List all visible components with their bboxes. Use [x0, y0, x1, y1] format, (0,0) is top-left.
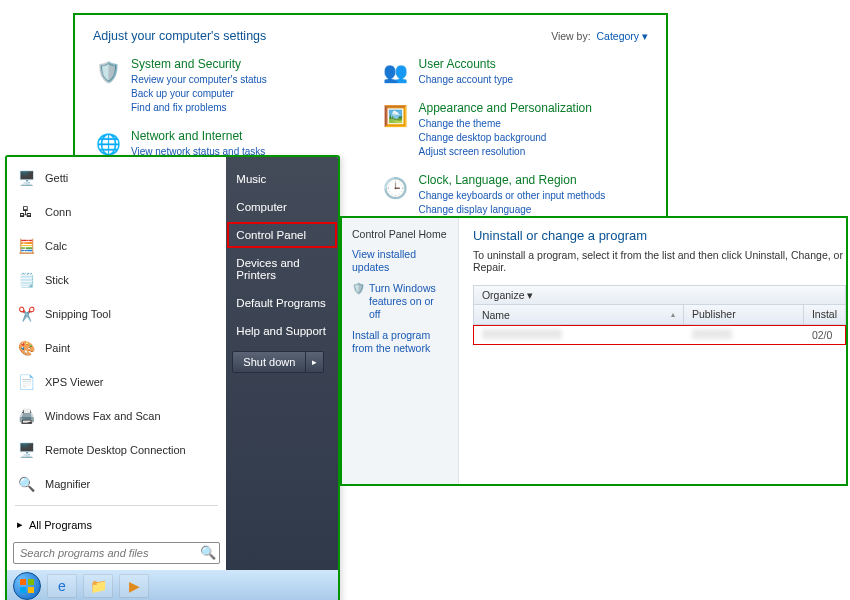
category: 🛡️System and SecurityReview your compute… — [93, 57, 361, 115]
category-icon: 👥 — [381, 57, 411, 87]
control-panel-title: Adjust your computer's settings — [93, 29, 266, 43]
category-heading[interactable]: Network and Internet — [131, 129, 309, 143]
category-icon: 🖼️ — [381, 101, 411, 131]
program-list-header: Name▴ Publisher Instal — [473, 305, 846, 325]
uninstall-window: Control Panel Home View installed update… — [340, 216, 848, 486]
windows-features-link[interactable]: 🛡️Turn Windows features on or off — [352, 282, 448, 321]
svg-rect-2 — [20, 587, 26, 593]
start-menu-item[interactable]: 🖧Conn — [7, 195, 226, 229]
start-menu-right-item[interactable]: Default Programs — [226, 289, 338, 317]
category-link[interactable]: Review your computer's status — [131, 73, 267, 87]
uninstall-heading: Uninstall or change a program — [473, 228, 846, 243]
control-panel-home-link[interactable]: Control Panel Home — [352, 228, 448, 240]
start-menu-right-item[interactable]: Music — [226, 165, 338, 193]
program-row[interactable]: 02/0 — [473, 325, 846, 345]
media-player-icon[interactable]: ▶ — [119, 574, 149, 598]
install-from-network-link[interactable]: Install a program from the network — [352, 329, 448, 355]
start-menu-item[interactable]: 🖥️Remote Desktop Connection — [7, 433, 226, 467]
chevron-right-icon: ▸ — [17, 518, 23, 531]
start-menu-right-item[interactable]: Computer — [226, 193, 338, 221]
uninstall-subtext: To uninstall a program, select it from t… — [473, 249, 846, 273]
organize-button[interactable]: Organize ▾ — [473, 285, 846, 305]
category: 🖼️Appearance and PersonalizationChange t… — [381, 101, 649, 159]
category-heading[interactable]: User Accounts — [419, 57, 514, 71]
view-by[interactable]: View by: Category ▾ — [551, 30, 648, 42]
category: 🕒Clock, Language, and RegionChange keybo… — [381, 173, 649, 217]
category-link[interactable]: Change desktop background — [419, 131, 592, 145]
start-menu-item[interactable]: 🧮Calc — [7, 229, 226, 263]
svg-rect-1 — [28, 579, 34, 585]
category-link[interactable]: Find and fix problems — [131, 101, 267, 115]
start-menu-left: 🖥️Getti🖧Conn🧮Calc🗒️Stick✂️Snipping Tool🎨… — [7, 157, 226, 570]
start-menu-right-item[interactable]: Devices and Printers — [226, 249, 338, 289]
category-link[interactable]: Change account type — [419, 73, 514, 87]
app-icon: 🖧 — [15, 201, 37, 223]
category-link[interactable]: Change the theme — [419, 117, 592, 131]
start-menu-right: MusicComputerControl PanelDevices and Pr… — [226, 157, 338, 570]
search-icon: 🔍 — [200, 545, 216, 560]
category-link[interactable]: Change keyboards or other input methods — [419, 189, 606, 203]
view-installed-updates-link[interactable]: View installed updates — [352, 248, 448, 274]
svg-rect-0 — [20, 579, 26, 585]
search-box[interactable]: 🔍 — [13, 542, 220, 564]
start-menu-item[interactable]: 📄XPS Viewer — [7, 365, 226, 399]
app-icon: 🖨️ — [15, 405, 37, 427]
chevron-right-icon[interactable]: ▸ — [306, 351, 324, 373]
start-menu-item[interactable]: 🖨️Windows Fax and Scan — [7, 399, 226, 433]
start-menu: 🖥️Getti🖧Conn🧮Calc🗒️Stick✂️Snipping Tool🎨… — [5, 155, 340, 600]
start-menu-item[interactable]: 🔍Magnifier — [7, 467, 226, 501]
col-installed[interactable]: Instal — [804, 305, 845, 324]
app-icon: 📄 — [15, 371, 37, 393]
app-icon: 🧮 — [15, 235, 37, 257]
start-menu-item[interactable]: 🖥️Getti — [7, 161, 226, 195]
taskbar: e 📁 ▶ — [7, 570, 338, 600]
category-link[interactable]: Adjust screen resolution — [419, 145, 592, 159]
category-heading[interactable]: Appearance and Personalization — [419, 101, 592, 115]
shield-icon: 🛡️ — [352, 282, 365, 295]
category-link[interactable]: Change display language — [419, 203, 606, 217]
app-icon: 🗒️ — [15, 269, 37, 291]
app-icon: 🎨 — [15, 337, 37, 359]
explorer-icon[interactable]: 📁 — [83, 574, 113, 598]
start-menu-item[interactable]: 🗒️Stick — [7, 263, 226, 297]
category-link[interactable]: Back up your computer — [131, 87, 267, 101]
app-icon: 🖥️ — [15, 439, 37, 461]
app-icon: ✂️ — [15, 303, 37, 325]
category-heading[interactable]: System and Security — [131, 57, 267, 71]
col-name[interactable]: Name▴ — [474, 305, 684, 324]
start-menu-item[interactable]: 🎨Paint — [7, 331, 226, 365]
category-heading[interactable]: Clock, Language, and Region — [419, 173, 606, 187]
col-publisher[interactable]: Publisher — [684, 305, 804, 324]
shutdown-button[interactable]: Shut down ▸ — [232, 351, 332, 373]
category-icon: 🕒 — [381, 173, 411, 203]
app-icon: 🖥️ — [15, 167, 37, 189]
ie-icon[interactable]: e — [47, 574, 77, 598]
all-programs[interactable]: ▸ All Programs — [7, 510, 226, 539]
start-orb[interactable] — [13, 572, 41, 600]
search-input[interactable] — [13, 542, 220, 564]
app-icon: 🔍 — [15, 473, 37, 495]
category-icon: 🛡️ — [93, 57, 123, 87]
uninstall-sidebar: Control Panel Home View installed update… — [342, 218, 459, 484]
start-menu-right-item[interactable]: Control Panel — [226, 221, 338, 249]
start-menu-right-item[interactable]: Help and Support — [226, 317, 338, 345]
svg-rect-3 — [28, 587, 34, 593]
start-menu-item[interactable]: ✂️Snipping Tool — [7, 297, 226, 331]
category: 👥User AccountsChange account type — [381, 57, 649, 87]
